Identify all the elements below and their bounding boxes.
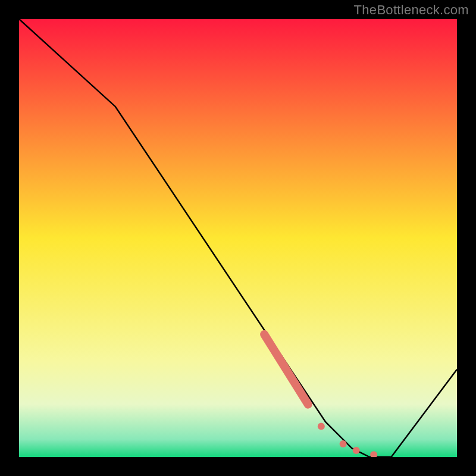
- gradient-background: [19, 19, 457, 457]
- highlight-dot: [340, 440, 347, 447]
- highlight-dot: [318, 422, 325, 430]
- plot-area: [19, 19, 457, 457]
- chart-svg: [19, 19, 457, 457]
- chart-container: TheBottleneck.com: [0, 0, 476, 476]
- highlight-dot: [353, 447, 360, 454]
- watermark-text: TheBottleneck.com: [354, 2, 469, 18]
